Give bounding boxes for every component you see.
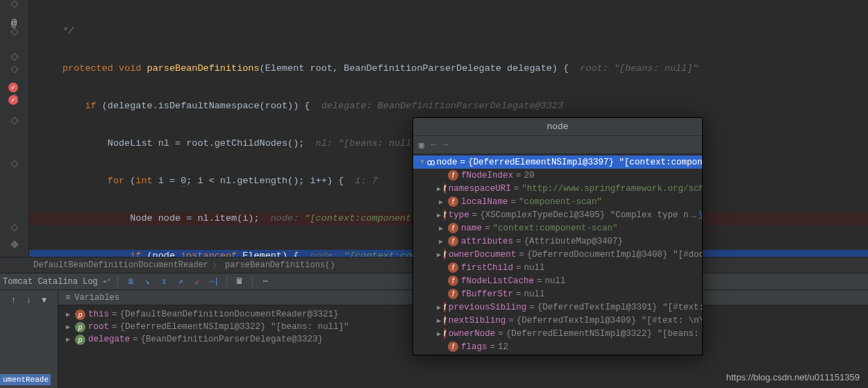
step-out-icon[interactable]: ↗ [174, 276, 187, 288]
tree-field[interactable]: ▶f previousSibling = {DeferredTextImpl@3… [413, 301, 702, 314]
field-icon: f [444, 183, 446, 194]
field-icon: f [444, 328, 446, 339]
step-over-icon[interactable]: ≣ [124, 276, 137, 288]
field-icon: f [448, 289, 458, 299]
pin-icon[interactable]: ⇥ˣ [102, 277, 111, 286]
field-icon: f [448, 223, 458, 233]
tree-field[interactable]: ▶f ownerNode = {DeferredElementNSImpl@33… [413, 327, 702, 340]
inspect-popup[interactable]: node ▣ ← → ▼oo node = {DeferredElementNS… [412, 117, 703, 355]
tree-field[interactable]: ▶f namespaceURI = "http://www.springfram… [413, 182, 702, 195]
log-tab[interactable]: Tomcat Catalina Log [3, 277, 98, 287]
field-icon: f [444, 249, 446, 260]
step-into-icon[interactable]: ↘ [141, 276, 153, 288]
field-icon: f [444, 315, 446, 326]
filter-icon[interactable]: ▼ [38, 294, 51, 307]
force-step-icon[interactable]: ↧ [158, 276, 170, 288]
field-icon: f [448, 262, 458, 273]
more-icon[interactable]: ⋯ [259, 276, 272, 288]
tree-field[interactable]: ▶f name = "context:component-scan" [413, 221, 702, 235]
vars-icon: ≡ [65, 293, 70, 303]
field-icon: f [448, 170, 458, 180]
popup-tree[interactable]: ▼oo node = {DeferredElementNSImpl@3397} … [413, 154, 702, 355]
tree-field[interactable]: ▶f attributes = {AttributeMap@3407} [413, 235, 702, 248]
tree-field[interactable]: f flags = 12 [413, 340, 702, 353]
tree-field[interactable]: ▶f ownerDocument = {DeferredDocumentImpl… [413, 248, 702, 261]
kind-icon: p [75, 335, 85, 345]
tree-field[interactable]: ▶f nextSibling = {DeferredTextImpl@3409}… [413, 314, 702, 327]
tree-field[interactable]: f fBufferStr = null [413, 287, 702, 301]
breakpoint-icon[interactable]: ✓ [8, 83, 18, 92]
breakpoint-icon[interactable]: ✓ [8, 95, 18, 105]
editor-gutter: @ ✓ ✓ [0, 0, 29, 257]
tree-field[interactable]: ▶f type = {XSComplexTypeDecl@3405} "Comp… [413, 208, 702, 221]
watermark: https://blog.csdn.net/u011151359 [726, 372, 860, 382]
back-icon[interactable]: ← [431, 140, 437, 150]
up-icon[interactable]: ↑ [8, 294, 20, 307]
field-icon: f [444, 210, 446, 220]
field-icon: f [444, 302, 446, 312]
view-link[interactable]: View [699, 210, 702, 220]
popup-title: node [413, 118, 702, 136]
down-icon[interactable]: ↓ [23, 294, 35, 307]
evaluate-icon[interactable]: 🖩 [233, 276, 246, 288]
frames-icon[interactable]: ▣ [419, 140, 424, 151]
forward-icon[interactable]: → [443, 140, 449, 150]
kind-icon: p [75, 310, 85, 320]
field-icon: f [448, 236, 458, 246]
run-to-cursor-icon[interactable]: →| [208, 276, 220, 288]
breadcrumb-method[interactable]: parseBeanDefinitions() [225, 260, 335, 270]
tree-field[interactable]: f fNodeIndex = 20 [413, 169, 702, 182]
tree-root[interactable]: ▼oo node = {DeferredElementNSImpl@3397} … [413, 155, 702, 169]
popup-toolbar: ▣ ← → [413, 136, 702, 154]
tree-field[interactable]: f fNodeListCache = null [413, 274, 702, 287]
kind-icon: p [75, 322, 85, 332]
drop-frame-icon[interactable]: ↙ [191, 276, 203, 288]
breadcrumb-class[interactable]: DefaultBeanDefinitionDocumentReader [33, 260, 208, 270]
field-icon: f [448, 196, 458, 207]
frame-badge[interactable]: umentReade [0, 374, 51, 385]
frames-toolbar: ↑ ↓ ▼ umentReade nDocumentI [0, 290, 58, 388]
tree-field[interactable]: f firstChild = null [413, 261, 702, 274]
field-icon: f [448, 341, 458, 352]
tree-field[interactable]: ▶f localName = "component-scan" [413, 195, 702, 208]
field-icon: f [448, 276, 458, 286]
object-icon: oo [427, 158, 433, 167]
